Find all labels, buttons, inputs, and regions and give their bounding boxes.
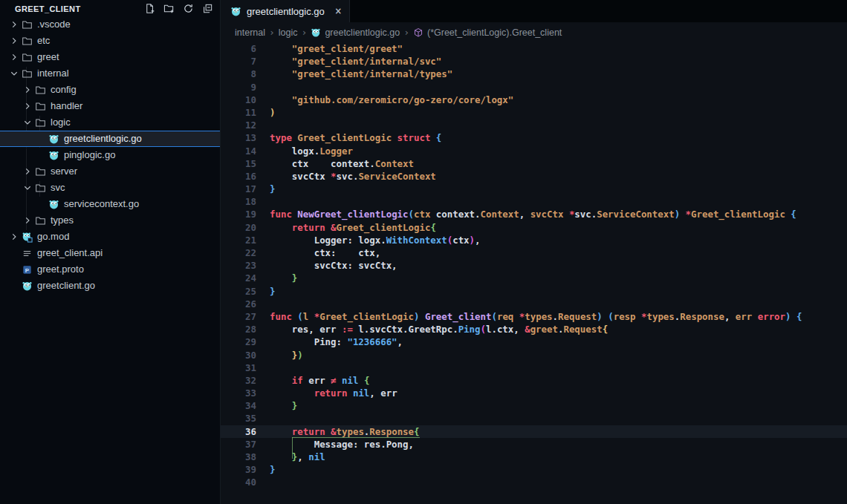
line-text	[256, 81, 270, 94]
code-line-25[interactable]: 25}	[221, 285, 847, 298]
code-line-34[interactable]: 34 }	[221, 399, 847, 412]
code-line-29[interactable]: 29 Ping: "1236666",	[221, 336, 847, 348]
new-folder-icon[interactable]	[163, 2, 175, 15]
code-line-37[interactable]: 37 Message: res.Pong,	[221, 438, 847, 451]
code-line-36[interactable]: 36 return &types.Response{	[221, 425, 847, 438]
chevron-right-icon[interactable]	[7, 36, 21, 46]
tree-item-etc[interactable]: etc	[0, 33, 220, 49]
line-text	[256, 412, 270, 425]
tree-item-label: greet.proto	[37, 261, 84, 278]
tree-item-types[interactable]: types	[0, 212, 220, 229]
code-line-30[interactable]: 30 })	[221, 349, 847, 361]
code-area[interactable]: 6 "greet_client/greet"7 "greet_client/in…	[221, 42, 847, 504]
code-line-15[interactable]: 15 ctx context.Context	[221, 157, 847, 170]
code-line-8[interactable]: 8 "greet_client/internal/types"	[221, 68, 847, 80]
code-line-39[interactable]: 39}	[221, 463, 847, 476]
code-line-13[interactable]: 13type Greet_clientLogic struct {	[221, 131, 847, 144]
code-line-16[interactable]: 16 svcCtx *svc.ServiceContext	[221, 170, 847, 183]
code-line-19[interactable]: 19func NewGreet_clientLogic(ctx context.…	[221, 208, 847, 220]
line-number: 9	[221, 81, 256, 94]
tree-item-label: greetclient.go	[37, 278, 95, 294]
code-line-38[interactable]: 38 }, nil	[221, 451, 847, 463]
tree-item-greetclient-go[interactable]: greetclient.go	[0, 278, 220, 294]
breadcrumb-internal[interactable]: internal	[235, 27, 265, 38]
code-line-23[interactable]: 23 svcCtx: svcCtx,	[221, 259, 847, 272]
tree-item--vscode[interactable]: .vscode	[0, 16, 220, 33]
tree-item-servicecontext-go[interactable]: servicecontext.go	[0, 196, 220, 212]
chevron-right-icon[interactable]	[7, 19, 21, 30]
code-line-14[interactable]: 14 logx.Logger	[221, 145, 847, 157]
api-file-icon	[21, 248, 33, 259]
code-line-28[interactable]: 28 res, err := l.svcCtx.GreetRpc.Ping(l.…	[221, 323, 847, 336]
go-gopher-icon	[48, 199, 60, 210]
line-number: 17	[221, 183, 256, 195]
breadcrumb-symbol[interactable]: (*Greet_clientLogic).Greet_client	[427, 27, 562, 38]
folder-icon	[34, 101, 47, 112]
code-line-10[interactable]: 10 "github.com/zeromicro/go-zero/core/lo…	[221, 94, 847, 106]
tab-greetclientlogic[interactable]: greetclientlogic.go ×	[221, 0, 350, 22]
code-line-33[interactable]: 33 return nil, err	[221, 387, 847, 399]
line-text	[256, 361, 270, 374]
chevron-down-icon[interactable]	[21, 183, 34, 193]
tree-item-greet-proto[interactable]: Pgreet.proto	[0, 261, 220, 278]
chevron-right-icon[interactable]	[21, 215, 34, 226]
tree-item-pinglogic-go[interactable]: pinglogic.go	[0, 147, 220, 163]
code-line-6[interactable]: 6 "greet_client/greet"	[221, 42, 847, 55]
tree-item-greet-client-api[interactable]: greet_client.api	[0, 245, 220, 261]
breadcrumb-logic[interactable]: logic	[279, 27, 298, 38]
chevron-right-icon[interactable]	[7, 52, 21, 62]
code-line-24[interactable]: 24 }	[221, 272, 847, 284]
chevron-right-icon[interactable]	[7, 232, 21, 242]
code-line-32[interactable]: 32 if err ≠ nil {	[221, 374, 847, 387]
tree-item-label: servicecontext.go	[64, 196, 139, 212]
tree-item-internal[interactable]: internal	[0, 65, 220, 82]
code-line-17[interactable]: 17}	[221, 183, 847, 195]
tree-item-handler[interactable]: handler	[0, 98, 220, 114]
tree-item-go-mod[interactable]: go.mod	[0, 229, 220, 245]
code-line-35[interactable]: 35	[221, 412, 847, 425]
line-text: "greet_client/internal/svc"	[256, 55, 441, 68]
chevron-down-icon[interactable]	[7, 68, 21, 79]
code-line-22[interactable]: 22 ctx: ctx,	[221, 246, 847, 259]
code-line-21[interactable]: 21 Logger: logx.WithContext(ctx),	[221, 234, 847, 246]
tree-item-logic[interactable]: logic	[0, 114, 220, 131]
tree-item-label: types	[51, 212, 74, 229]
chevron-right-icon: ›	[302, 27, 308, 38]
code-line-18[interactable]: 18	[221, 195, 847, 208]
code-line-9[interactable]: 9	[221, 81, 847, 94]
line-text	[256, 195, 270, 208]
code-line-7[interactable]: 7 "greet_client/internal/svc"	[221, 55, 847, 68]
chevron-right-icon[interactable]	[21, 85, 34, 95]
tree-item-svc[interactable]: svc	[0, 180, 220, 196]
tree-item-label: etc	[37, 33, 50, 49]
line-text: }	[256, 463, 275, 476]
editor-group: greetclientlogic.go × internal › logic ›…	[221, 0, 847, 504]
tree-item-label: internal	[37, 65, 69, 82]
chevron-down-icon[interactable]	[21, 117, 34, 128]
collapse-folders-icon[interactable]	[201, 2, 214, 15]
breadcrumb-file[interactable]: greetclientlogic.go	[325, 27, 400, 38]
chevron-right-icon[interactable]	[21, 166, 34, 177]
line-number: 12	[221, 119, 256, 131]
code-line-11[interactable]: 11)	[221, 106, 847, 119]
folder-icon	[21, 52, 33, 63]
bracket-pair-guide	[292, 437, 293, 458]
code-line-20[interactable]: 20 return &Greet_clientLogic{	[221, 221, 847, 234]
tree-item-greet[interactable]: greet	[0, 49, 220, 65]
go-mod-icon	[21, 232, 33, 243]
new-file-icon[interactable]	[143, 2, 156, 15]
line-number: 18	[221, 195, 256, 208]
tree-item-greetclientlogic-go[interactable]: greetclientlogic.go	[0, 131, 220, 147]
chevron-right-icon[interactable]	[21, 101, 34, 111]
tree-item-config[interactable]: config	[0, 82, 220, 98]
code-line-40[interactable]: 40	[221, 476, 847, 488]
tree-item-server[interactable]: server	[0, 163, 220, 180]
code-line-31[interactable]: 31	[221, 361, 847, 374]
tab-close-icon[interactable]: ×	[335, 6, 342, 17]
line-number: 7	[221, 55, 256, 68]
code-line-27[interactable]: 27func (l *Greet_clientLogic) Greet_clie…	[221, 310, 847, 323]
line-number: 38	[221, 451, 256, 463]
code-line-26[interactable]: 26	[221, 298, 847, 310]
code-line-12[interactable]: 12	[221, 119, 847, 131]
refresh-explorer-icon[interactable]	[182, 2, 195, 15]
